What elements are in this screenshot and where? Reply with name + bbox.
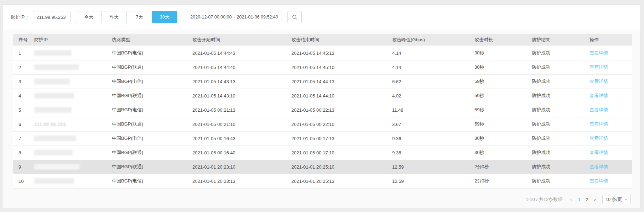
redacted-ip	[34, 150, 73, 155]
attack-log-table: 序号防护IP线路类型攻击开始时间攻击结束时间攻击峰值(Gbps)攻击时长防护结果…	[13, 34, 631, 189]
view-details-link[interactable]: 查看详情	[590, 50, 608, 55]
cell-action: 查看详情	[584, 89, 632, 103]
range-button[interactable]: 7天	[126, 11, 152, 23]
redacted-ip	[34, 136, 76, 141]
search-button[interactable]	[287, 11, 302, 23]
pagination: 1-10 / 共12条数据 < 12 > 10 条/页	[526, 195, 631, 204]
cell-line-type: 中国BGP(电信)	[106, 74, 187, 89]
range-button[interactable]: 今天	[76, 11, 102, 23]
pagination-next-button[interactable]: >	[591, 197, 599, 202]
date-range-value: 2020-12-07 00:00:00 ~ 2021-01-06 09:52:4…	[190, 15, 278, 20]
cell-attack-start: 2021-01-01 20:23:10	[187, 160, 286, 174]
page-size-select[interactable]: 10 条/页	[602, 195, 631, 204]
cell-peak: 4.14	[386, 60, 469, 74]
cell-duration: 30秒	[469, 145, 526, 160]
filter-bar: 防护IP： 211.99.96.253 今天昨天7天30天 2020-12-07…	[3, 5, 640, 30]
table-row: 9中国BGP(联通)2021-01-01 20:23:102021-01-01 …	[13, 160, 632, 174]
column-header: 序号	[13, 34, 28, 46]
redacted-ip	[34, 64, 79, 70]
cell-attack-end: 2021-01-05 00:17:10	[286, 145, 386, 160]
cell-peak: 9.36	[386, 145, 469, 160]
cell-attack-end: 2021-01-05 14:45:13	[286, 46, 386, 60]
view-details-link[interactable]: 查看详情	[590, 178, 608, 184]
view-details-link[interactable]: 查看详情	[590, 164, 608, 169]
view-details-link[interactable]: 查看详情	[590, 79, 608, 84]
cell-result: 防护成功	[526, 103, 584, 117]
cell-no: 4	[13, 89, 28, 103]
cell-duration: 59秒	[469, 117, 526, 131]
redacted-ip	[34, 164, 80, 170]
redacted-ip	[34, 178, 74, 184]
column-header: 防护IP	[28, 34, 106, 46]
cell-no: 5	[13, 103, 28, 117]
table-row: 7中国BGP(电信)2021-01-05 00:16:432021-01-05 …	[13, 131, 632, 145]
cell-line-type: 中国BGP(电信)	[106, 174, 187, 188]
cell-result: 防护成功	[526, 60, 584, 74]
cell-action: 查看详情	[584, 174, 632, 188]
cell-attack-start: 2021-01-05 14:43:10	[187, 89, 286, 103]
range-button[interactable]: 昨天	[101, 11, 127, 23]
ip-select[interactable]: 211.99.96.253	[33, 11, 71, 23]
chevron-down-icon	[624, 198, 628, 201]
cell-result: 防护成功	[526, 89, 584, 103]
cell-result: 防护成功	[526, 174, 584, 188]
page-number[interactable]: 2	[583, 197, 591, 202]
view-details-link[interactable]: 查看详情	[590, 136, 608, 141]
cell-no: 10	[13, 174, 28, 188]
cell-duration: 30秒	[469, 131, 526, 145]
cell-attack-start: 2021-01-01 20:23:13	[187, 174, 286, 188]
cell-ip	[28, 60, 106, 74]
cell-ip	[28, 131, 106, 145]
cell-line-type: 中国BGP(联通)	[106, 117, 187, 131]
search-icon	[292, 15, 297, 20]
cell-line-type: 中国BGP(电信)	[106, 46, 187, 60]
cell-attack-start: 2021-01-05 14:44:43	[187, 46, 286, 60]
page-number[interactable]: 1	[575, 197, 583, 202]
table-row: 2中国BGP(联通)2021-01-05 14:44:402021-01-05 …	[13, 60, 632, 74]
cell-duration: 30秒	[469, 46, 526, 60]
cell-result: 防护成功	[526, 117, 584, 131]
column-header: 操作	[584, 34, 632, 46]
page-size-value: 10 条/页	[606, 197, 622, 203]
cell-action: 查看详情	[584, 103, 632, 117]
table-row: 3中国BGP(电信)2021-01-05 14:43:132021-01-05 …	[13, 74, 632, 89]
pagination-pages: 12	[575, 197, 591, 202]
cell-no: 6	[13, 117, 28, 131]
cell-duration: 2分0秒	[469, 160, 526, 174]
main-panel: 防护IP： 211.99.96.253 今天昨天7天30天 2020-12-07…	[3, 4, 641, 208]
cell-result: 防护成功	[526, 46, 584, 60]
cell-no: 2	[13, 60, 28, 74]
table-row: 10中国BGP(电信)2021-01-01 20:23:132021-01-01…	[13, 174, 632, 188]
column-header: 攻击结束时间	[286, 34, 386, 46]
date-range-input[interactable]: 2020-12-07 00:00:00 ~ 2021-01-06 09:52:4…	[187, 11, 281, 23]
cell-action: 查看详情	[584, 46, 632, 60]
view-details-link[interactable]: 查看详情	[590, 107, 608, 112]
ip-select-value: 211.99.96.253	[36, 15, 66, 20]
column-header: 防护结果	[526, 34, 584, 46]
view-details-link[interactable]: 查看详情	[590, 121, 608, 127]
pagination-prev-button[interactable]: <	[567, 197, 575, 202]
cell-attack-start: 2021-01-05 00:21:10	[187, 117, 286, 131]
cell-peak: 4.02	[386, 89, 469, 103]
range-button[interactable]: 30天	[152, 11, 177, 23]
cell-attack-start: 2021-01-05 14:44:40	[187, 60, 286, 74]
cell-ip	[28, 103, 106, 117]
view-details-link[interactable]: 查看详情	[590, 64, 608, 70]
view-details-link[interactable]: 查看详情	[590, 93, 608, 98]
cell-attack-end: 2021-01-01 20:25:13	[286, 174, 386, 188]
redacted-ip	[34, 93, 74, 99]
redacted-ip	[34, 79, 70, 84]
table-body: 1中国BGP(电信)2021-01-05 14:44:432021-01-05 …	[13, 46, 632, 188]
cell-action: 查看详情	[584, 145, 632, 160]
column-header: 线路类型	[106, 34, 187, 46]
cell-ip	[28, 46, 106, 60]
cell-attack-start: 2021-01-05 00:16:43	[187, 131, 286, 145]
cell-ip: 211.99.96.253	[28, 117, 106, 131]
cell-peak: 4.14	[386, 46, 469, 60]
cell-no: 8	[13, 145, 28, 160]
view-details-link[interactable]: 查看详情	[590, 150, 608, 155]
column-header: 攻击时长	[469, 34, 526, 46]
table-row: 4中国BGP(联通)2021-01-05 14:43:102021-01-05 …	[13, 89, 632, 103]
cell-action: 查看详情	[584, 117, 632, 131]
cell-ip	[28, 89, 106, 103]
